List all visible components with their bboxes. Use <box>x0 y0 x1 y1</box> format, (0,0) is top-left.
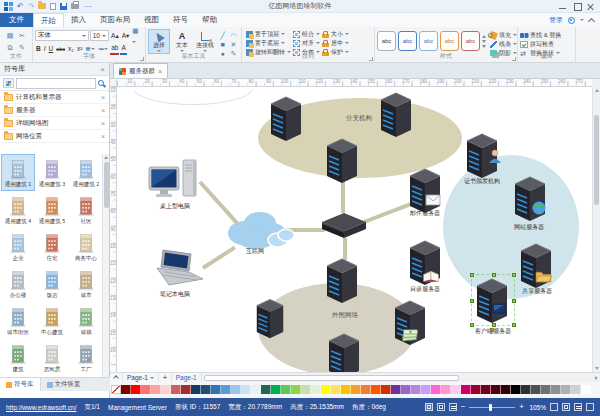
color-swatch[interactable] <box>481 385 491 394</box>
symbol-item[interactable]: 通用建筑 5 <box>35 191 69 228</box>
symbol-item[interactable]: 工厂 <box>69 339 103 376</box>
color-swatch[interactable] <box>511 385 521 394</box>
arrange-menu-item[interactable]: 置于顶层 <box>246 30 291 38</box>
website-link[interactable]: http://www.edrawsoft.cn/ <box>6 404 76 411</box>
pan-zoom-icon[interactable] <box>437 403 445 411</box>
vertical-scrollbar[interactable] <box>592 87 600 372</box>
scroll-down-icon[interactable] <box>595 367 599 370</box>
color-swatch[interactable] <box>581 385 591 394</box>
color-swatch[interactable] <box>421 385 431 394</box>
color-swatch[interactable] <box>151 385 161 394</box>
fill-button[interactable]: 填充 <box>490 31 517 39</box>
format-painter-icon[interactable]: ✎ <box>19 44 25 52</box>
server-node[interactable] <box>269 95 303 141</box>
symbol-item[interactable]: 商务中心 <box>69 228 103 265</box>
symbol-item[interactable]: 企业 <box>1 228 35 265</box>
color-swatch[interactable] <box>381 385 391 394</box>
color-swatch[interactable] <box>121 385 131 394</box>
color-swatch[interactable] <box>241 385 251 394</box>
view-mode-icon[interactable] <box>425 403 433 411</box>
spell-check-button[interactable]: 拼写检查 <box>520 40 573 48</box>
arrange-menu-item[interactable]: 对齐 <box>293 39 320 47</box>
scroll-up-icon[interactable] <box>104 156 108 159</box>
color-swatch[interactable] <box>461 385 471 394</box>
page-selector[interactable]: Page-1 <box>123 373 159 382</box>
desktop-computer-node[interactable] <box>147 159 203 203</box>
add-page-button[interactable]: + <box>159 373 172 382</box>
expand-icon[interactable] <box>586 403 594 411</box>
qat-more-button[interactable]: ⋯ <box>83 2 91 11</box>
symbol-item[interactable]: 通用建筑 1 <box>1 154 35 191</box>
scroll-down-icon[interactable] <box>482 40 486 43</box>
change-case-button[interactable]: ▦ <box>131 25 143 47</box>
color-swatch[interactable] <box>181 385 191 394</box>
style-swatch[interactable]: abc <box>419 31 438 51</box>
library-item[interactable]: 服务器 × <box>0 104 109 117</box>
symbol-item[interactable]: 通用建筑 2 <box>69 154 103 191</box>
symbol-search-input[interactable] <box>16 78 96 89</box>
server-node[interactable] <box>255 297 285 339</box>
page-tab-active[interactable]: Page-1 <box>172 373 202 382</box>
connector-tool-button[interactable]: 连接线 <box>194 29 216 54</box>
symbol-item[interactable]: 城市 <box>69 265 103 302</box>
color-swatch[interactable] <box>131 385 141 394</box>
symbol-item[interactable]: 饭店 <box>35 265 69 302</box>
text-tool-button[interactable]: A 文本 <box>171 29 193 54</box>
color-swatch[interactable] <box>211 385 221 394</box>
library-selector-button[interactable] <box>3 78 14 88</box>
color-swatch[interactable] <box>321 385 331 394</box>
arrange-menu-item[interactable]: 大小 <box>322 30 349 38</box>
symbol-item[interactable]: 城市街区 <box>1 302 35 339</box>
cut-icon[interactable]: ✂ <box>19 32 25 40</box>
open-icon[interactable] <box>38 3 46 9</box>
server-node[interactable] <box>325 257 359 303</box>
close-button[interactable] <box>587 3 594 10</box>
tab-insert[interactable]: 插入 <box>64 13 93 27</box>
close-panel-icon[interactable]: × <box>100 65 105 74</box>
arrange-dialog-launcher-icon[interactable] <box>369 57 373 61</box>
tab-symbols[interactable]: 符号 <box>166 13 195 27</box>
gear-icon[interactable] <box>568 17 575 24</box>
color-swatch[interactable] <box>571 385 581 394</box>
library-item[interactable]: 计算机和显示器 × <box>0 91 109 104</box>
selection-handle[interactable] <box>470 299 474 303</box>
line-button[interactable]: 线条 <box>490 40 517 48</box>
color-swatch[interactable] <box>281 385 291 394</box>
color-swatch[interactable] <box>501 385 511 394</box>
symbol-item[interactable]: 城镇 <box>69 302 103 339</box>
arc-tool-icon[interactable]: ◠ <box>230 32 236 40</box>
fit-page-icon[interactable] <box>550 403 558 411</box>
minimize-button[interactable] <box>559 3 566 10</box>
freeform-tool-icon[interactable]: ✕ <box>231 41 237 49</box>
find-replace-button[interactable]: 查找 & 替换 <box>520 31 573 39</box>
symbol-item[interactable]: 住宅 <box>35 228 69 265</box>
document-tab[interactable]: 服务器群 × <box>113 63 168 78</box>
color-swatch[interactable] <box>441 385 451 394</box>
color-swatch[interactable] <box>161 385 171 394</box>
zoom-slider-thumb[interactable] <box>489 404 492 411</box>
color-swatch[interactable] <box>311 385 321 394</box>
style-gallery-scroll[interactable] <box>481 29 487 54</box>
tab-help[interactable]: 帮助 <box>195 13 224 27</box>
close-library-icon[interactable]: × <box>101 107 105 114</box>
color-swatch[interactable] <box>351 385 361 394</box>
settings-dropdown-icon[interactable] <box>580 19 584 21</box>
color-swatch[interactable] <box>261 385 271 394</box>
color-swatch[interactable] <box>561 385 571 394</box>
paste-icon[interactable]: ▤ <box>7 32 14 40</box>
library-item[interactable]: 详细网络图 × <box>0 117 109 130</box>
selection-handle[interactable] <box>492 273 496 277</box>
server-node[interactable] <box>325 137 359 183</box>
symbol-item[interactable]: 居民房 <box>35 339 69 376</box>
drawing-canvas[interactable]: 分支机构 外围网络 互联网 桌上型电脑 笔记本电脑 证书颁发机构 邮件服务器 网… <box>117 87 592 372</box>
tab-home[interactable]: 开始 <box>33 13 64 27</box>
color-swatch[interactable] <box>201 385 211 394</box>
scroll-up-icon[interactable] <box>482 35 486 38</box>
color-swatch[interactable] <box>391 385 401 394</box>
scrollbar-thumb[interactable] <box>204 375 459 381</box>
sidebar-scrollbar[interactable] <box>102 154 109 388</box>
symbol-item[interactable]: 社区 <box>69 191 103 228</box>
copy-icon[interactable]: ⧉ <box>8 44 13 52</box>
login-button[interactable]: 登录 <box>549 15 563 25</box>
line-tool-icon[interactable]: ╱ <box>220 32 224 40</box>
